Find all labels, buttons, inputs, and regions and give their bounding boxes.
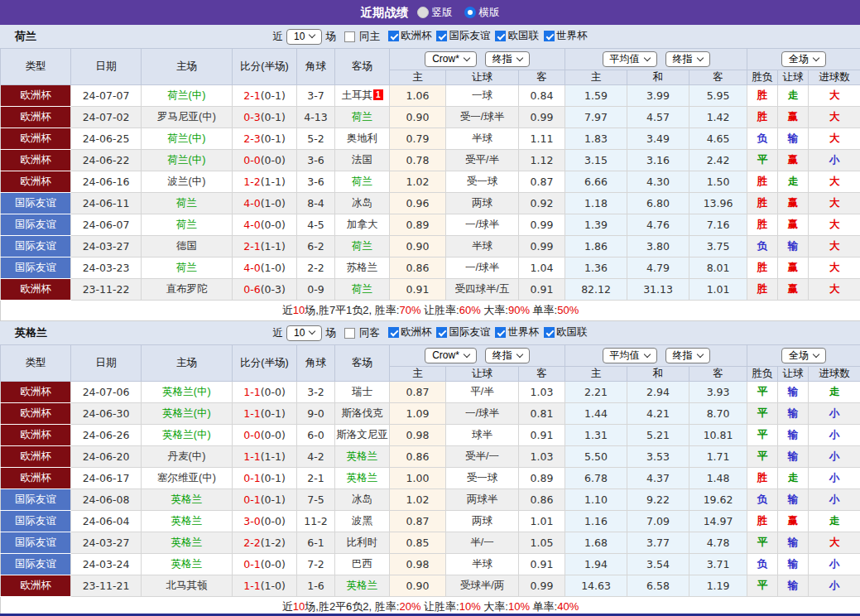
column-header: 日期 [71, 49, 142, 85]
chevron-down-icon [813, 54, 819, 60]
radio-icon[interactable] [464, 7, 476, 18]
sub-column-header: 让球 [778, 367, 809, 382]
chevron-down-icon [643, 54, 650, 60]
home-team: 荷兰(中) [142, 150, 233, 171]
radio-icon[interactable] [417, 7, 429, 18]
competition-checkbox[interactable] [388, 31, 399, 41]
away-team: 英格兰 [335, 468, 390, 489]
crow-home-odds: 0.91 [390, 279, 446, 301]
result-goals: 走 [809, 382, 860, 403]
header-dropdown[interactable]: Crow* [425, 348, 477, 363]
header-dropdown[interactable]: 终指 [665, 348, 710, 363]
sub-column-header: 胜负 [747, 367, 778, 382]
match-date: 24-07-06 [71, 382, 142, 403]
header-dropdown[interactable]: Crow* [425, 51, 477, 67]
handicap-line: 两球 [446, 511, 519, 532]
summary-text: 10 [293, 600, 305, 613]
competition-checkbox[interactable] [495, 327, 506, 338]
avg-away-odds: 1.19 [689, 575, 747, 597]
avg-away-odds: 19.62 [689, 489, 747, 511]
match-score: 1-1(0-1) [233, 403, 297, 425]
competition-checkbox[interactable] [544, 327, 555, 338]
result-winloss: 负 [747, 489, 778, 511]
filter-controls: 近 10 场 同主 欧洲杯 国际友谊 欧国联 世界杯 [273, 29, 588, 45]
layout-radio-option[interactable]: 横版 [464, 6, 500, 20]
handicap-line: 半/一 [446, 532, 519, 554]
games-count-select[interactable]: 10 [286, 29, 322, 45]
column-header: 角球 [297, 49, 335, 85]
match-type-badge: 欧洲杯 [1, 171, 71, 193]
avg-draw-odds: 3.53 [627, 446, 689, 468]
avg-home-odds: 1.10 [565, 489, 627, 511]
header-dropdown[interactable]: 全场 [781, 348, 826, 363]
games-count-select[interactable]: 10 [286, 325, 322, 341]
sections-container: 荷兰 近 10 场 同主 欧洲杯 国际友谊 欧国联 世界杯 [0, 25, 860, 616]
sub-column-header: 主 [390, 70, 446, 85]
avg-draw-odds: 7.09 [627, 511, 689, 532]
header-dropdown[interactable]: 全场 [781, 51, 826, 67]
corner-score: 0-9 [297, 279, 335, 301]
away-team: 冰岛 [335, 193, 390, 214]
same-venue-label: 同客 [359, 326, 380, 340]
avg-home-odds: 1.94 [565, 554, 627, 575]
result-goals: 小 [809, 446, 860, 468]
match-date: 23-11-21 [71, 575, 142, 597]
odds-group-header: 平均值终指 [565, 49, 747, 70]
header-dropdown[interactable]: 平均值 [603, 348, 657, 363]
header-dropdown[interactable]: 平均值 [603, 51, 657, 67]
header-dropdown[interactable]: 终指 [665, 51, 710, 67]
avg-away-odds: 4.78 [689, 532, 747, 554]
result-handicap: 输 [778, 236, 809, 257]
table-header: 类型 日期 主场 比分(半场) 角球 客场 Crow*终指 平均值终指 全场 主… [1, 345, 860, 382]
competition-checkbox[interactable] [436, 327, 447, 338]
avg-away-odds: 1.01 [689, 279, 747, 301]
sub-column-header: 客 [689, 70, 747, 85]
away-team: 斯洛伐克 [335, 403, 390, 425]
column-header: 角球 [297, 345, 335, 382]
team-name: 荷兰 [15, 29, 36, 44]
same-venue-checkbox[interactable] [344, 328, 355, 339]
crow-away-odds: 0.99 [519, 236, 565, 257]
summary-text: 90% [508, 304, 530, 316]
away-team: 巴西 [335, 554, 390, 575]
crow-home-odds: 1.06 [390, 85, 446, 107]
corner-score: 3-6 [297, 171, 335, 193]
header-dropdown[interactable]: 终指 [485, 348, 530, 363]
crow-away-odds: 1.03 [519, 382, 565, 403]
same-venue-checkbox[interactable] [344, 31, 355, 42]
chevron-down-icon [516, 350, 523, 357]
home-team: 波兰(中) [142, 171, 233, 193]
layout-radio-option[interactable]: 竖版 [417, 6, 453, 20]
away-team: 比利时 [335, 532, 390, 554]
dropdown-value: 终指 [673, 52, 693, 66]
crow-away-odds: 1.03 [519, 446, 565, 468]
crow-home-odds: 1.00 [390, 468, 446, 489]
competition-checkbox[interactable] [436, 31, 447, 41]
corner-score: 4-13 [297, 107, 335, 128]
avg-draw-odds: 3.54 [627, 554, 689, 575]
match-type-badge: 国际友谊 [1, 257, 71, 279]
home-team: 荷兰(中) [142, 85, 233, 107]
crow-away-odds: 0.99 [519, 575, 565, 597]
match-row: 国际友谊 24-03-24 英格兰 0-1(0-0) 7-2 巴西 0.98 半… [1, 554, 860, 575]
column-header: 类型 [1, 49, 71, 85]
match-row: 欧洲杯 23-11-21 北马其顿 1-1(1-0) 1-6 英格兰 0.90 … [1, 575, 860, 597]
result-goals: 大 [809, 85, 860, 107]
avg-draw-odds: 6.80 [627, 193, 689, 214]
match-score: 4-0(1-0) [233, 257, 297, 279]
competition-checkbox[interactable] [388, 327, 399, 338]
dropdown-value: 平均值 [610, 349, 640, 363]
header-dropdown[interactable]: 终指 [485, 51, 530, 67]
result-handicap: 输 [778, 382, 809, 403]
corner-score: 2-1 [297, 468, 335, 489]
competition-checkbox[interactable] [544, 31, 555, 41]
competition-checkbox[interactable] [495, 31, 506, 41]
home-team: 英格兰 [142, 532, 233, 554]
avg-draw-odds: 3.77 [627, 532, 689, 554]
match-type-badge: 国际友谊 [1, 489, 71, 511]
corner-score: 11-2 [297, 511, 335, 532]
home-team: 罗马尼亚(中) [142, 107, 233, 128]
dropdown-value: 平均值 [610, 52, 640, 66]
match-date: 24-06-04 [71, 511, 142, 532]
result-goals: 小 [809, 425, 860, 446]
